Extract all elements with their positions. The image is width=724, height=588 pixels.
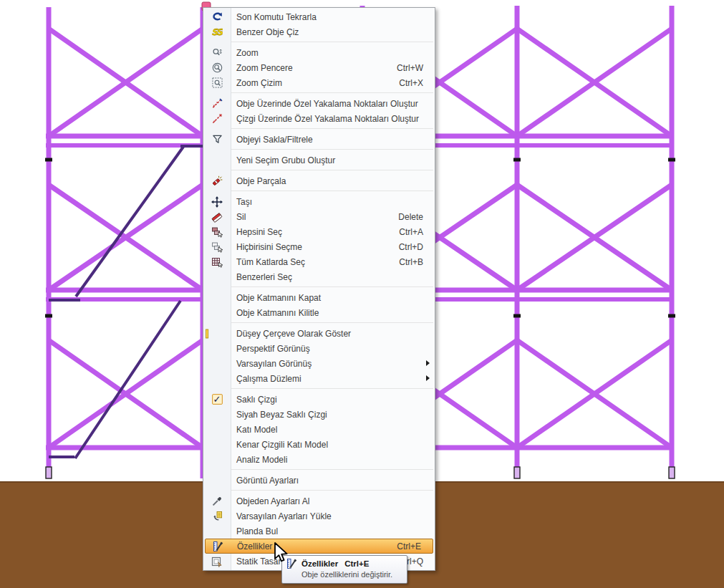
- menu-item-label: Obje Üzerinde Özel Yakalama Noktaları Ol…: [231, 99, 435, 109]
- menu-item-snap-points-on-line[interactable]: Çizgi Üzerinde Özel Yakalama Noktaları O…: [203, 111, 435, 126]
- menu-item-properties[interactable]: ÖzelliklerCtrl+E: [205, 539, 433, 554]
- menu-item-solid-model[interactable]: Katı Model: [203, 422, 435, 437]
- menu-separator: [225, 322, 433, 323]
- menu-item-label: Saklı Çizgi: [231, 395, 435, 405]
- menu-item-move[interactable]: Taşı: [203, 194, 435, 209]
- menu-item-label: Objeyi Sakla/Filtrele: [231, 135, 435, 145]
- menu-item-select-similar[interactable]: Benzerleri Seç: [203, 269, 435, 284]
- menu-item-shortcut: Ctrl+A: [399, 227, 435, 237]
- menu-separator: [225, 286, 433, 287]
- menu-item-default-view[interactable]: Varsayılan Görünüş: [203, 356, 435, 371]
- draw-similar-icon: SS: [203, 24, 231, 39]
- properties-icon: [206, 539, 231, 554]
- menu-item-shortcut: Ctrl+E: [397, 541, 433, 551]
- menu-item-repeat-last-command[interactable]: Son Komutu Tekrarla: [203, 9, 435, 24]
- menu-item-label: Varsayılan Ayarları Yükle: [231, 511, 435, 521]
- menu-item-label: Benzer Obje Çiz: [231, 27, 435, 37]
- menu-item-label: Obje Katmanını Kilitle: [231, 308, 435, 318]
- menu-item-label: Analiz Modeli: [231, 455, 435, 465]
- menu-item-explode-object[interactable]: Obje Parçala: [203, 173, 435, 188]
- menu-item-load-default-settings[interactable]: Varsayılan Ayarları Yükle: [203, 509, 435, 524]
- menu-item-hidden-line[interactable]: ✓Saklı Çizgi: [203, 392, 435, 407]
- menu-item-bw-hidden-line[interactable]: Siyah Beyaz Saklı Çizgi: [203, 407, 435, 422]
- menu-item-display-settings[interactable]: Görüntü Ayarları: [203, 473, 435, 488]
- no-icon: [203, 473, 231, 488]
- menu-item-snap-points-on-object[interactable]: Obje Üzerinde Özel Yakalama Noktaları Ol…: [203, 96, 435, 111]
- context-menu: Son Komutu TekrarlaSSBenzer Obje ÇizZoom…: [203, 7, 435, 571]
- menu-item-work-plane[interactable]: Çalışma Düzlemi: [203, 371, 435, 386]
- menu-item-label: Zoom Çizim: [231, 78, 399, 88]
- menu-item-zoom-window[interactable]: Zoom PencereCtrl+W: [203, 60, 435, 75]
- menu-item-get-settings-from-object[interactable]: Objeden Ayarları Al: [203, 493, 435, 509]
- menu-item-zoom-drawing[interactable]: Zoom ÇizimCtrl+X: [203, 75, 435, 90]
- no-icon: [203, 305, 231, 320]
- stair-lines[interactable]: [49, 146, 203, 458]
- menu-item-analysis-model[interactable]: Analiz Modeli: [203, 452, 435, 467]
- zoom-icon: [203, 45, 231, 60]
- menu-item-label: Perspektif Görünüş: [231, 344, 435, 354]
- menu-separator: [225, 170, 433, 170]
- menu-item-label: Planda Bul: [231, 526, 435, 536]
- tooltip-title-row: Özellikler Ctrl+E: [286, 558, 402, 569]
- load-defaults-icon: [203, 509, 231, 524]
- menu-item-select-all[interactable]: Hepsini SeçCtrl+A: [203, 224, 435, 239]
- menu-item-label: Objeden Ayarları Al: [231, 496, 435, 506]
- menu-item-shortcut: Delete: [398, 212, 435, 222]
- menu-item-draw-similar-object[interactable]: SSBenzer Obje Çiz: [203, 24, 435, 39]
- menu-separator: [225, 490, 433, 491]
- no-icon: [203, 290, 231, 305]
- menu-item-label: Görüntü Ayarları: [231, 476, 435, 486]
- menu-item-select-all-floors[interactable]: Tüm Katlarda SeçCtrl+B: [203, 254, 435, 269]
- menu-item-label: Katı Model: [231, 425, 435, 435]
- menu-item-delete[interactable]: SilDelete: [203, 209, 435, 224]
- menu-item-label: Tüm Katlarda Seç: [231, 257, 399, 267]
- menu-separator: [225, 388, 433, 389]
- checked-checkbox-icon: ✓: [203, 392, 231, 407]
- menu-item-label: Çizgi Üzerinde Özel Yakalama Noktaları O…: [231, 114, 435, 124]
- menu-item-new-selection-group[interactable]: Yeni Seçim Grubu Oluştur: [203, 153, 435, 168]
- select-floors-icon: [203, 254, 231, 269]
- menu-item-lock-object-layer[interactable]: Obje Katmanını Kilitle: [203, 305, 435, 320]
- menu-item-find-in-plan[interactable]: Planda Bul: [203, 524, 435, 539]
- tooltip: Özellikler Ctrl+E Obje özelliklerini değ…: [281, 555, 407, 584]
- select-none-icon: [203, 239, 231, 254]
- menu-item-label: Yeni Seçim Grubu Oluştur: [231, 155, 435, 165]
- no-icon: [203, 524, 231, 539]
- menu-item-label: Varsayılan Görünüş: [231, 359, 435, 369]
- left-scaffold[interactable]: [45, 7, 208, 478]
- no-icon: [203, 407, 231, 422]
- erase-icon: [203, 209, 231, 224]
- redo-icon: [203, 9, 231, 24]
- menu-item-shortcut: Ctrl+B: [399, 257, 435, 267]
- menu-item-label: Sil: [231, 212, 398, 222]
- zoom-drawing-icon: [203, 75, 231, 90]
- menu-separator: [225, 128, 433, 129]
- menu-item-label: Zoom Pencere: [231, 63, 397, 73]
- no-icon: [203, 422, 231, 437]
- menu-item-zoom[interactable]: Zoom: [203, 45, 435, 60]
- menu-item-hide-filter-object[interactable]: Objeyi Sakla/Filtrele: [203, 132, 435, 147]
- menu-item-label: Obje Parçala: [231, 176, 435, 186]
- static-design-icon: [203, 554, 231, 569]
- mouse-cursor-icon: [273, 542, 291, 564]
- menu-item-perspective-view[interactable]: Perspektif Görünüş: [203, 341, 435, 356]
- menu-item-label: Hepsini Seç: [231, 227, 399, 237]
- menu-item-show-vertical-frame[interactable]: Düşey Çerçeve Olarak Göster: [203, 326, 435, 341]
- menu-item-shortcut: Ctrl+X: [399, 78, 435, 88]
- zoom-window-icon: [203, 60, 231, 75]
- tooltip-shortcut: Ctrl+E: [344, 559, 369, 568]
- select-all-icon: [203, 224, 231, 239]
- menu-item-label: Kenar Çizgili Katı Model: [231, 440, 435, 450]
- menu-item-label: Taşı: [231, 197, 435, 207]
- menu-item-label: Düşey Çerçeve Olarak Göster: [231, 329, 435, 339]
- menu-item-solid-model-edges[interactable]: Kenar Çizgili Katı Model: [203, 437, 435, 452]
- snap-object-icon: [203, 96, 231, 111]
- menu-item-select-none[interactable]: Hiçbirisini SeçmeCtrl+D: [203, 239, 435, 254]
- tooltip-title: Özellikler: [301, 559, 338, 568]
- tooltip-description: Obje özelliklerini değiştirir.: [301, 570, 402, 579]
- filter-icon: [203, 132, 231, 147]
- menu-item-close-object-layer[interactable]: Obje Katmanını Kapat: [203, 290, 435, 305]
- no-icon: [203, 437, 231, 452]
- menu-item-label: Benzerleri Seç: [231, 272, 435, 282]
- menu-item-label: Çalışma Düzlemi: [231, 374, 435, 384]
